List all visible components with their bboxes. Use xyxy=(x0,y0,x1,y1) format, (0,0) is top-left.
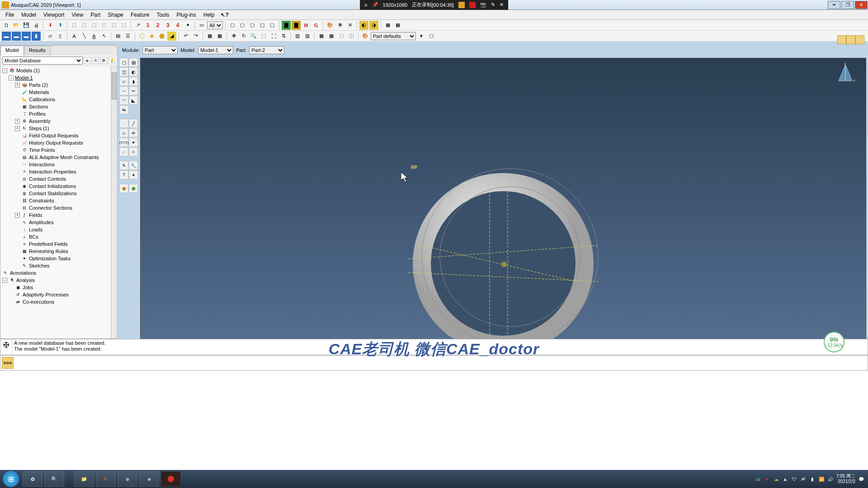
info-icon[interactable]: ⓘ xyxy=(347,32,356,41)
fit-icon[interactable]: ⛶ xyxy=(269,32,278,41)
minimize-button[interactable]: ━ xyxy=(828,1,840,9)
menu-file[interactable]: File xyxy=(2,11,18,19)
db-filter-icon[interactable]: ≑ xyxy=(84,57,91,64)
menu-tools[interactable]: Tools xyxy=(153,11,173,19)
rotate-icon[interactable]: ↻ xyxy=(239,32,248,41)
menu-plugins[interactable]: Plug-ins xyxy=(173,11,199,19)
pencil-icon[interactable]: ✎ xyxy=(491,2,495,8)
mesh2-icon[interactable]: ▥ xyxy=(303,32,312,41)
color-b-icon[interactable]: ▇ xyxy=(292,21,301,30)
menu-view[interactable]: View xyxy=(68,11,87,19)
view-3[interactable]: 3 xyxy=(163,21,172,30)
chamfer-icon[interactable]: ◣ xyxy=(129,96,138,105)
tree-item[interactable]: Profiles xyxy=(29,111,46,117)
tree-item[interactable]: Loads xyxy=(29,227,42,232)
system-tray[interactable]: ▭ ● ☁ ▲ 🛡 🗲 ▮ 📶 🔊 7:05 周二 2021/2/2 💬 xyxy=(755,474,868,484)
tree-item[interactable]: History Output Requests xyxy=(29,140,83,145)
tray-up-icon[interactable]: ▲ xyxy=(782,476,788,482)
grid3-icon[interactable]: ▦ xyxy=(317,32,326,41)
menu-viewport[interactable]: Viewport xyxy=(40,11,68,19)
view-front-icon[interactable]: ⬚ xyxy=(70,21,79,30)
task-abaqus2[interactable]: ◆ xyxy=(139,471,159,487)
expander-icon[interactable]: − xyxy=(9,75,14,80)
round-icon[interactable]: ◠ xyxy=(119,96,128,105)
tool-a-icon[interactable]: ⬇ xyxy=(46,21,55,30)
expander-icon[interactable]: − xyxy=(2,68,7,73)
misc2-icon[interactable]: ✻ xyxy=(335,21,344,30)
tree-item[interactable]: Calibrations xyxy=(29,97,55,102)
shade1-icon[interactable]: ▬ xyxy=(2,32,11,41)
tab-model[interactable]: Model xyxy=(0,46,24,56)
annot-icon[interactable]: A xyxy=(70,32,79,41)
menu-part[interactable]: Part xyxy=(87,11,104,19)
tree-item[interactable]: BCs xyxy=(29,234,38,239)
tree-item[interactable]: Connector Sections xyxy=(29,205,72,211)
color-a-icon[interactable]: ▇ xyxy=(282,21,291,30)
render-hidden-icon[interactable] xyxy=(846,35,855,44)
zoombox-icon[interactable]: ⬚ xyxy=(259,32,268,41)
sel-e-icon[interactable]: ▢ xyxy=(268,21,277,30)
tray-shield-icon[interactable]: 🛡 xyxy=(791,476,797,482)
tray-ime-icon[interactable]: ▭ xyxy=(755,476,761,482)
sel-c-icon[interactable]: ▢ xyxy=(248,21,257,30)
render-shaded-icon[interactable] xyxy=(855,35,864,44)
new-icon[interactable]: 🗋 xyxy=(2,21,11,30)
arrow2-icon[interactable]: ↖ xyxy=(99,32,108,41)
tree-item[interactable]: Constraints xyxy=(29,198,54,203)
color-mode-select[interactable]: Part defaults xyxy=(371,32,416,40)
model-select[interactable]: Model-1 xyxy=(198,46,233,54)
task-powerpoint[interactable]: P xyxy=(96,471,116,487)
tree-analysis[interactable]: Analysis xyxy=(16,277,35,283)
partition-edge-icon[interactable]: ⟋ xyxy=(119,147,128,156)
selection-filter[interactable]: ▭ All xyxy=(197,21,223,30)
tree-item[interactable]: Amplitudes xyxy=(29,220,53,225)
tree-item[interactable]: Contact Controls xyxy=(29,176,66,182)
task-explorer[interactable]: 📁 xyxy=(74,471,94,487)
stop-icon[interactable] xyxy=(469,2,476,8)
tree-models[interactable]: Models (1) xyxy=(16,68,40,73)
highlight-icon[interactable]: ◢ xyxy=(167,32,176,41)
stitch-icon[interactable]: ✶ xyxy=(129,170,138,179)
tree-item[interactable]: Remeshing Rules xyxy=(29,249,68,254)
view-left-icon[interactable]: ⬚ xyxy=(109,21,118,30)
db-settings-icon[interactable]: ⚙ xyxy=(100,57,107,64)
taskbar-clock[interactable]: 7:05 周二 2021/2/2 xyxy=(836,474,855,484)
task-abaqus1[interactable]: ◆ xyxy=(118,471,137,487)
orientation-triad[interactable]: x y xyxy=(833,63,858,87)
render-wire-icon[interactable] xyxy=(837,35,846,44)
datum-plane-icon[interactable]: ▱ xyxy=(119,128,128,137)
tree-item[interactable]: Contact Stabilizations xyxy=(29,191,77,196)
menu-help[interactable]: Help xyxy=(200,11,218,19)
database-select[interactable]: Model Database xyxy=(2,56,83,65)
mesh1-icon[interactable]: ▥ xyxy=(293,32,302,41)
misc3-icon[interactable]: ※ xyxy=(345,21,354,30)
tree-item[interactable]: Interaction Properties xyxy=(29,169,76,174)
tray-rec-icon[interactable]: ● xyxy=(764,476,770,482)
tray-net-icon[interactable]: ▮ xyxy=(809,476,816,482)
dropdown-icon[interactable]: ▾ xyxy=(417,32,426,41)
tray-sync-icon[interactable]: ☁ xyxy=(773,476,779,482)
attachment-icon[interactable]: ⬢ xyxy=(129,184,138,193)
tree-item[interactable]: Steps (1) xyxy=(29,126,49,131)
partition-cell-icon[interactable]: (XYZ) xyxy=(119,138,128,147)
box-icon[interactable]: ▢ xyxy=(337,32,346,41)
list-icon[interactable]: ☰ xyxy=(123,32,132,41)
shell-extrude-icon[interactable]: ▱ xyxy=(119,77,128,86)
colormap-icon[interactable]: 🎨 xyxy=(361,32,370,41)
expander-icon[interactable]: + xyxy=(15,126,20,131)
tree-item[interactable]: Sections xyxy=(29,104,48,109)
open-icon[interactable]: 📂 xyxy=(12,21,21,30)
create-part-icon[interactable]: ▢ xyxy=(119,58,128,67)
menu-model[interactable]: Model xyxy=(18,11,40,19)
ref-point-icon[interactable]: ⬢ xyxy=(119,184,128,193)
arrow-icon[interactable]: ↗ xyxy=(133,21,142,30)
hamburger-icon[interactable]: ≡ xyxy=(364,2,367,8)
tree-item[interactable]: Contact Initializations xyxy=(29,183,76,189)
shade4-icon[interactable]: ▮ xyxy=(32,32,41,41)
pin-icon[interactable]: 📌 xyxy=(372,2,378,8)
sel-a-icon[interactable]: ▢ xyxy=(228,21,237,30)
view-bottom-icon[interactable]: ⬚ xyxy=(99,21,108,30)
module-select[interactable]: Part xyxy=(142,46,178,54)
shade2-icon[interactable]: ▬ xyxy=(12,32,21,41)
tree-item[interactable]: Interactions xyxy=(29,162,55,167)
